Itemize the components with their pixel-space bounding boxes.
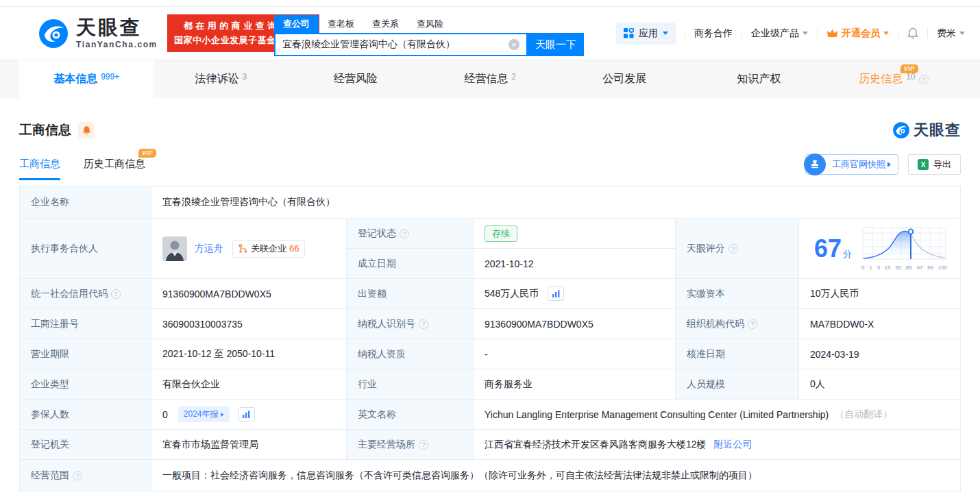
sub-tab-0[interactable]: 工商信息: [19, 158, 60, 180]
tab-count: 2: [511, 72, 516, 82]
vip-badge: VIP: [901, 64, 918, 73]
tab-label: 法律诉讼: [195, 72, 239, 86]
related-count: 66: [289, 243, 299, 254]
export-button[interactable]: X 导出: [908, 154, 961, 175]
business-info-table: 企业名称 宜春浪绫企业管理咨询中心（有限合伙） 执行事务合伙人 方运舟: [19, 186, 961, 491]
business-scope-label: 经营范围?: [20, 460, 151, 491]
nav-enterprise-products[interactable]: 企业级产品: [751, 27, 808, 40]
divider: [898, 29, 898, 38]
search-tab-2[interactable]: 查关系: [363, 15, 408, 33]
tianyancha-logo[interactable]: 天眼查 TianYanCha.com: [38, 18, 158, 49]
partner-avatar[interactable]: [162, 236, 187, 261]
axis-tick: 3: [877, 265, 879, 271]
search-box: ✕ 天眼一下: [274, 33, 584, 56]
subscribe-bell-button[interactable]: [78, 122, 95, 138]
stamp-icon: [804, 154, 826, 175]
capital-chart-button[interactable]: [548, 286, 564, 301]
insured-chart-button[interactable]: [238, 407, 255, 421]
header: 天眼查 TianYanCha.com 都在用的商业查询工具 国家中小企业发展子基…: [0, 7, 980, 60]
related-companies-badge[interactable]: 关联企业 66: [232, 240, 305, 258]
tab-6[interactable]: 历史信息10?VIP: [826, 60, 961, 98]
main-content: 工商信息 天眼查 工商信息历史工商信息VIP: [0, 120, 980, 491]
credit-code-value: 91360900MA7BDDW0X5: [151, 279, 347, 309]
insured-count-label: 参保人数: [20, 400, 151, 430]
business-term-value: 2021-10-12 至 2050-10-11: [151, 339, 347, 369]
est-date-value: 2021-10-12: [474, 249, 676, 279]
search-tab-3[interactable]: 查风险: [408, 15, 452, 33]
vip-badge: VIP: [138, 149, 156, 158]
search-button[interactable]: 天眼一下: [528, 33, 584, 56]
watermark-text: 天眼查: [914, 120, 961, 140]
enterprise-label: 企业级产品: [751, 27, 799, 40]
tab-label: 基本信息: [53, 72, 97, 86]
reg-status-label: 登记状态?: [347, 219, 474, 249]
help-icon[interactable]: ?: [419, 440, 428, 450]
tab-label: 知识产权: [737, 72, 781, 86]
help-icon[interactable]: ?: [73, 471, 82, 480]
score-axis-ticks: 0131550859799100: [861, 265, 947, 271]
logo-domain: TianYanCha.com: [76, 40, 158, 49]
open-membership[interactable]: 开通会员: [826, 27, 889, 40]
axis-tick: 1: [869, 265, 872, 271]
auto-translate-note: （自动翻译）: [835, 408, 892, 421]
sub-tab-1[interactable]: 历史工商信息VIP: [84, 158, 145, 180]
tianyan-score[interactable]: 67 分: [810, 226, 951, 271]
tab-1[interactable]: 法律诉讼3: [154, 60, 288, 98]
annual-report-badge[interactable]: 2024年报: [178, 406, 230, 422]
paid-capital-value: 10万人民币: [799, 279, 959, 309]
nav-cooperation[interactable]: 商务合作: [694, 27, 733, 40]
help-icon[interactable]: ?: [419, 319, 428, 329]
org-network-icon: [238, 244, 248, 254]
nearby-companies-link[interactable]: 附近公司: [714, 439, 752, 451]
official-snapshot-button[interactable]: 工商官网快照: [805, 154, 898, 175]
tab-2[interactable]: 经营风险: [289, 60, 423, 98]
help-icon[interactable]: ?: [111, 289, 121, 299]
business-scope-value: 一般项目：社会经济咨询服务，信息咨询服务（不含许可类信息咨询服务）（除许可业务外…: [151, 460, 959, 491]
help-icon[interactable]: ?: [919, 75, 929, 84]
taxpayer-qualification-label: 纳税人资质: [347, 339, 474, 369]
reg-authority-value: 宜春市市场监督管理局: [151, 430, 347, 460]
axis-tick: 85: [906, 265, 912, 271]
apps-menu[interactable]: 应用: [616, 23, 676, 45]
reg-authority-label: 登记机关: [20, 430, 151, 460]
partner-name-link[interactable]: 方运舟: [195, 243, 223, 255]
score-unit: 分: [843, 248, 852, 260]
company-nav-tabs: 基本信息999+法律诉讼3经营风险经营信息2公司发展知识产权历史信息10?VIP: [0, 60, 980, 98]
credit-code-label: 统一社会信用代码?: [20, 279, 151, 309]
bar-chart-icon: [242, 411, 251, 419]
snapshot-label: 工商官网快照: [832, 158, 885, 171]
notifications-bell[interactable]: [907, 27, 918, 39]
taxpayer-id-value: 91360900MA7BDDW0X5: [474, 309, 676, 339]
section-title: 工商信息: [19, 121, 71, 139]
search-tab-0[interactable]: 查公司: [274, 15, 319, 33]
help-icon[interactable]: ?: [748, 319, 757, 329]
user-menu[interactable]: 费米: [937, 27, 965, 40]
chevron-down-icon: [803, 32, 808, 35]
status-badge: 存续: [485, 225, 517, 242]
search-tab-1[interactable]: 查老板: [319, 15, 363, 33]
axis-tick: 99: [927, 265, 933, 271]
annual-report-label: 2024年报: [184, 408, 219, 420]
tab-count: 999+: [101, 72, 119, 82]
help-icon[interactable]: ?: [728, 244, 738, 254]
score-label: 天眼评分?: [676, 219, 799, 279]
score-value: 67 分: [799, 219, 959, 279]
tab-0[interactable]: 基本信息999+: [19, 60, 154, 98]
tab-label: 历史信息: [859, 72, 903, 86]
insured-count-value: 0 2024年报: [151, 400, 347, 430]
tab-5[interactable]: 知识产权: [691, 60, 826, 98]
score-marker: [909, 230, 914, 234]
score-chart: 0131550859799100: [861, 226, 947, 271]
company-type-value: 有限合伙企业: [151, 369, 347, 400]
search-input[interactable]: [282, 39, 509, 50]
clear-search-icon[interactable]: ✕: [509, 39, 519, 50]
tab-4[interactable]: 公司发展: [557, 60, 691, 98]
tab-3[interactable]: 经营信息2: [423, 60, 557, 98]
divider: [742, 29, 742, 38]
help-icon[interactable]: ?: [400, 229, 409, 239]
taxpayer-qualification-value: -: [474, 339, 676, 369]
sub-tabs: 工商信息历史工商信息VIP: [19, 158, 169, 180]
related-label: 关联企业: [251, 243, 286, 255]
reg-number-value: 360900310003735: [151, 309, 347, 339]
section-header: 工商信息 天眼查: [19, 120, 961, 140]
